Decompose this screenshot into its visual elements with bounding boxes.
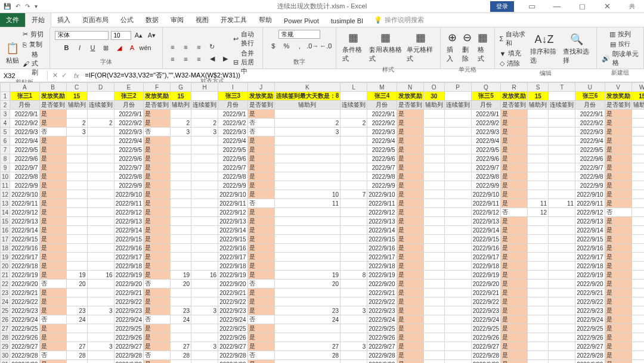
cell[interactable]: 12 [528,208,549,217]
cell[interactable]: 2022/9/22 [471,297,501,306]
cell[interactable] [274,235,340,244]
cell[interactable]: 是 [39,235,66,244]
cell[interactable]: 2022/9/18 [575,262,605,271]
cell[interactable] [66,333,87,342]
find-select-button[interactable]: 🔍查找和选择 [562,32,592,66]
cell[interactable]: 15 [528,92,549,101]
cell[interactable]: 2022/9/20 [367,280,397,288]
cell[interactable] [631,119,644,128]
minimize-button[interactable]: — [545,0,569,13]
cell[interactable] [444,262,471,271]
inc-decimal-button[interactable]: .0→ [307,41,318,51]
cell[interactable] [171,181,191,190]
cell[interactable]: 3 [340,306,367,315]
cell[interactable]: 是 [397,145,423,154]
cell[interactable] [191,253,218,262]
cell[interactable]: 10 [274,190,340,199]
cell[interactable] [631,154,644,163]
cell[interactable] [549,92,575,101]
table-format-button[interactable]: ▦套用表格格式 [368,30,403,64]
tab-review[interactable]: 审阅 [165,13,190,27]
cell[interactable]: 是 [501,181,528,190]
cell[interactable] [191,163,218,172]
cell[interactable] [444,280,471,288]
cell[interactable]: 是 [144,145,171,154]
cell[interactable]: 2022/9/12 [575,208,605,217]
shrink-font-button[interactable]: A▾ [147,30,157,41]
cell[interactable]: 是 [501,271,528,280]
maximize-button[interactable]: ◻ [570,0,594,13]
cell[interactable] [66,163,87,172]
cell[interactable]: 2022/9/29 [575,360,605,364]
cell[interactable]: 张三3 [218,92,248,101]
cell[interactable]: 2022/9/4 [114,136,144,145]
row-header[interactable]: 12 [1,190,10,199]
cell[interactable]: 2022/9/11 [471,199,501,208]
cell[interactable]: 2022/9/7 [471,163,501,172]
row-header[interactable]: 6 [1,136,10,145]
cell[interactable]: 是 [397,154,423,163]
cell[interactable] [171,262,191,271]
cell[interactable] [444,360,471,364]
align-bottom-button[interactable]: ≡ [194,42,205,52]
cell[interactable] [274,110,340,119]
cell[interactable]: 辅助列 [274,101,340,110]
cell[interactable]: 是 [501,226,528,235]
cell[interactable]: 是 [501,297,528,306]
cell[interactable]: 否 [39,315,66,324]
cell[interactable]: 是 [39,190,66,199]
cell[interactable]: 是 [605,306,631,315]
cell[interactable]: 是 [605,342,631,351]
cell[interactable] [549,351,575,360]
grow-font-button[interactable]: A▴ [134,30,144,41]
cell[interactable]: 是 [247,145,274,154]
qat-more-icon[interactable]: ▾ [35,3,38,10]
cell[interactable]: 是 [605,128,631,136]
cell[interactable] [444,172,471,181]
cell[interactable]: 是 [605,280,631,288]
cell[interactable]: 2022/9/1 [218,110,248,119]
cell[interactable]: 2022/9/15 [218,235,248,244]
col-header[interactable]: A [10,83,40,92]
cell[interactable]: 19 [274,271,340,280]
cell[interactable] [631,360,644,364]
italic-button[interactable]: I [75,42,85,53]
cell[interactable]: 是 [247,288,274,297]
cell[interactable] [171,145,191,154]
cell[interactable] [191,297,218,306]
align-right-button[interactable]: ≡ [194,54,205,64]
align-center-button[interactable]: ≡ [181,54,191,64]
col-header[interactable]: V [605,83,631,92]
cell[interactable]: 3 [274,128,340,136]
cell[interactable] [171,154,191,163]
cell[interactable]: 是 [39,297,66,306]
tab-layout[interactable]: 页面布局 [76,13,114,27]
share-button[interactable]: 共 [620,0,644,13]
cell[interactable]: 2022/9/2 [114,119,144,128]
cell[interactable]: 2022/9/28 [471,351,501,360]
cell[interactable] [423,172,444,181]
cell[interactable]: 是 [605,360,631,364]
cell[interactable]: 2022/9/13 [471,217,501,226]
cell[interactable]: 2022/9/26 [10,333,40,342]
cell[interactable]: 是 [144,217,171,226]
cell[interactable] [423,288,444,297]
cell[interactable] [631,128,644,136]
cell[interactable]: 2022/9/1 [471,110,501,119]
copy-button[interactable]: ⎘复制 [23,40,45,49]
cell[interactable] [631,342,644,351]
cell[interactable]: 是 [501,342,528,351]
cell[interactable]: 张三6 [575,92,605,101]
cell[interactable]: 是 [144,181,171,190]
align-left-button[interactable]: ≡ [168,54,178,64]
cell[interactable]: 2022/9/10 [10,190,40,199]
cell[interactable] [191,315,218,324]
cell[interactable]: 2022/9/11 [218,199,248,208]
cell[interactable]: 月份 [367,101,397,110]
cell[interactable]: 2022/9/13 [218,217,248,226]
cell[interactable]: 2022/9/4 [575,136,605,145]
number-format-select[interactable] [278,30,320,39]
cell[interactable]: 是 [39,181,66,190]
cell[interactable]: 2022/9/4 [471,136,501,145]
cell[interactable] [423,324,444,333]
